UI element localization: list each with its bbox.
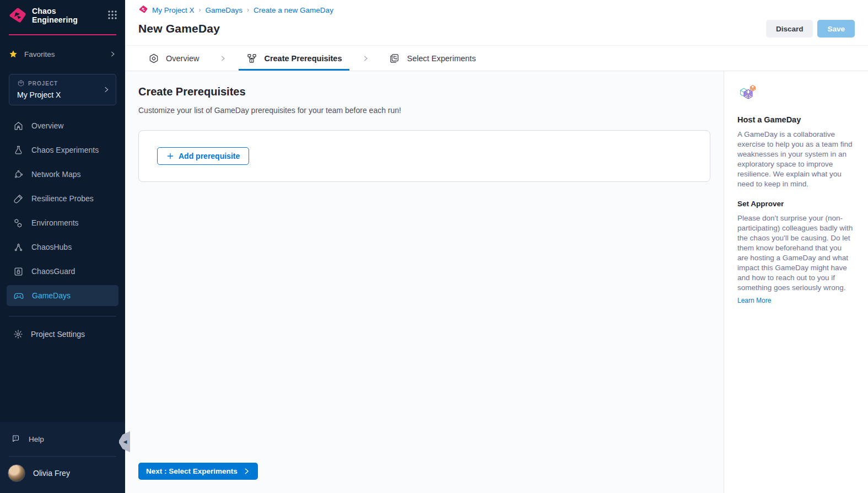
svg-text:?: ? [14, 436, 17, 440]
breadcrumb-separator: › [247, 6, 249, 14]
probe-icon [13, 194, 24, 204]
help-chat-icon: ? [11, 434, 21, 444]
chaos-engineering-logo-icon [8, 8, 26, 25]
prerequisites-card: Add prerequisite [138, 130, 710, 182]
sidebar-footer: ? Help Olivia Frey [0, 422, 125, 493]
star-icon [9, 50, 18, 58]
breadcrumb-link-project[interactable]: My Project X [152, 6, 195, 14]
brand-name: Chaos Engineering [32, 7, 107, 24]
gear-icon [13, 329, 23, 339]
sidebar-item-network-maps[interactable]: Network Maps [7, 164, 118, 185]
tab-create-prerequisites[interactable]: Create Prerequisites [239, 46, 349, 71]
tab-separator [349, 46, 381, 71]
cube-icon [17, 79, 25, 87]
experiment-cards-icon [389, 53, 400, 64]
gamepad-icon [13, 290, 24, 301]
wizard-tabbar: Overview Create Prerequisites [125, 46, 868, 71]
breadcrumb-link-create-gameday[interactable]: Create a new GameDay [254, 6, 333, 14]
sidebar-item-overview[interactable]: Overview [7, 115, 118, 136]
sidebar-divider [9, 316, 116, 317]
help-panel: Host a GameDay A GameDay is a collaborat… [724, 71, 868, 493]
help-panel-body2: Please don't surprise your (non-particip… [737, 213, 854, 293]
home-icon [13, 121, 24, 131]
flask-icon [13, 145, 24, 156]
breadcrumb-link-gamedays[interactable]: GameDays [206, 6, 243, 14]
favorites-label: Favorites [24, 50, 55, 58]
sidebar-item-gamedays[interactable]: GameDays [7, 285, 118, 306]
help-panel-body: A GameDay is a collaborative exercise to… [737, 130, 854, 189]
content-heading: Create Prerequisites [138, 85, 710, 98]
content-subheading: Customize your list of GameDay prerequis… [138, 106, 710, 115]
breadcrumb-separator: › [199, 6, 201, 14]
avatar [8, 464, 25, 482]
app-window: Chaos Engineering Favorites [0, 0, 868, 493]
help-panel-title: Host a GameDay [737, 115, 854, 124]
help-button[interactable]: ? Help [0, 422, 125, 456]
gameday-cubes-icon [737, 84, 757, 103]
network-icon [13, 169, 24, 180]
sidebar-item-project-settings[interactable]: Project Settings [0, 324, 125, 344]
chevron-right-icon [102, 85, 110, 94]
tab-overview[interactable]: Overview [141, 46, 207, 71]
save-button[interactable]: Save [817, 20, 855, 37]
page-title: New GameDay [138, 22, 220, 35]
tab-select-experiments[interactable]: Select Experiments [381, 46, 483, 71]
sidebar-item-chaosguard[interactable]: ChaosGuard [7, 261, 118, 282]
brand-header: Chaos Engineering [0, 0, 125, 25]
user-name: Olivia Frey [33, 469, 70, 478]
discard-button[interactable]: Discard [766, 20, 813, 37]
next-select-experiments-button[interactable]: Next : Select Experiments [138, 463, 258, 480]
flowchart-icon [246, 53, 257, 64]
main-column: My Project X › GameDays › Create a new G… [125, 0, 868, 493]
environments-icon [13, 218, 24, 228]
sidebar-item-favorites[interactable]: Favorites [0, 47, 125, 61]
learn-more-link[interactable]: Learn More [737, 297, 771, 304]
hub-icon [13, 242, 24, 253]
project-label: PROJECT [28, 81, 58, 87]
chevron-right-icon [109, 50, 116, 58]
brand-divider [9, 34, 116, 35]
add-prerequisite-button[interactable]: Add prerequisite [157, 147, 249, 165]
lock-icon [13, 266, 24, 277]
sidebar-item-chaoshubs[interactable]: ChaosHubs [7, 237, 118, 258]
chaos-module-icon [138, 6, 148, 14]
plus-icon [166, 152, 174, 160]
sidebar: Chaos Engineering Favorites [0, 0, 125, 493]
page-header: My Project X › GameDays › Create a new G… [125, 0, 868, 46]
module-grid-icon[interactable] [107, 10, 117, 20]
sidebar-item-environments[interactable]: Environments [7, 212, 118, 233]
chevron-right-icon [243, 468, 250, 475]
hexagon-overview-icon [148, 53, 159, 64]
user-profile[interactable]: Olivia Frey [0, 457, 125, 487]
project-name: My Project X [17, 90, 102, 99]
sidebar-nav: Overview Chaos Experiments Network Maps [0, 115, 125, 309]
sidebar-item-chaos-experiments[interactable]: Chaos Experiments [7, 140, 118, 160]
help-panel-subtitle: Set Approver [737, 200, 854, 208]
tab-separator [207, 46, 239, 71]
breadcrumb: My Project X › GameDays › Create a new G… [138, 6, 855, 14]
project-selector[interactable]: PROJECT My Project X [9, 74, 116, 105]
sidebar-item-resilience-probes[interactable]: Resilience Probes [7, 188, 118, 209]
content-area: Create Prerequisites Customize your list… [125, 71, 724, 493]
